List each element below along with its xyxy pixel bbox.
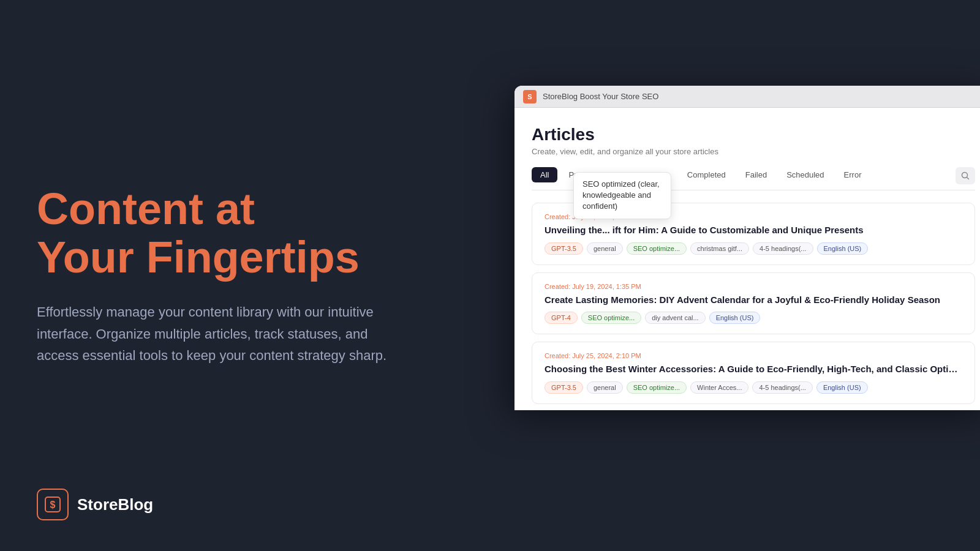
tag: general — [587, 242, 623, 255]
tag: English (US) — [709, 312, 761, 324]
hero-description: Effortlessly manage your content library… — [37, 301, 392, 366]
tag: diy advent cal... — [645, 312, 705, 324]
article-card[interactable]: Created: July 19, 2024, 1:35 PM Create L… — [532, 272, 975, 335]
tag: SEO optimize... — [627, 242, 687, 255]
svg-line-3 — [967, 178, 969, 179]
articles-page-title: Articles — [532, 125, 975, 144]
tab-failed[interactable]: Failed — [737, 167, 775, 182]
articles-list: Created: July 27, 2024, 4... Unveiling t… — [532, 203, 975, 404]
tag: 4-5 headings(... — [752, 381, 812, 394]
browser-content: Articles Create, view, edit, and organiz… — [514, 108, 980, 410]
logo-text: StoreBlog — [77, 495, 153, 514]
tag: GPT-3.5 — [545, 381, 583, 394]
tooltip-popup: SEO optimized (clear, knowledgeable and … — [573, 172, 671, 219]
tags-row: GPT-3.5 general SEO optimize... christma… — [545, 242, 962, 255]
articles-header: Articles Create, view, edit, and organiz… — [532, 125, 975, 156]
filter-tabs: All Published Unpublished Completed Fail… — [532, 167, 975, 190]
tag: English (US) — [817, 242, 869, 255]
tab-scheduled[interactable]: Scheduled — [778, 167, 832, 182]
logo-icon: $ — [37, 489, 69, 520]
tooltip-text: SEO optimized (clear, knowledgeable and … — [582, 179, 660, 211]
article-title: Unveiling the... ift for Him: A Guide to… — [545, 224, 962, 236]
tab-completed[interactable]: Completed — [679, 167, 734, 182]
tag: christmas gitf... — [690, 242, 749, 255]
article-title: Choosing the Best Winter Accessories: A … — [545, 363, 962, 375]
articles-page-subtitle: Create, view, edit, and organize all you… — [532, 147, 975, 156]
article-date: Created: July 25, 2024, 2:10 PM — [545, 352, 962, 359]
browser-titlebar: S StoreBlog Boost Your Store SEO — [514, 86, 980, 108]
svg-text:$: $ — [50, 500, 56, 510]
tag: GPT-4 — [545, 312, 578, 324]
browser-title: StoreBlog Boost Your Store SEO — [543, 92, 658, 101]
tag: English (US) — [816, 381, 868, 394]
tag: Winter Acces... — [690, 381, 748, 394]
hero-title: Content atYour Fingertips — [37, 185, 392, 282]
tags-row: GPT-4 SEO optimize... diy advent cal... … — [545, 312, 962, 324]
tab-all[interactable]: All — [532, 167, 557, 182]
left-panel: Content atYour Fingertips Effortlessly m… — [37, 0, 417, 551]
article-date: Created: July 19, 2024, 1:35 PM — [545, 283, 962, 290]
article-title: Create Lasting Memories: DIY Advent Cale… — [545, 294, 962, 306]
article-card[interactable]: Created: July 25, 2024, 2:10 PM Choosing… — [532, 342, 975, 404]
tag: general — [587, 381, 623, 394]
tags-row: GPT-3.5 general SEO optimize... Winter A… — [545, 381, 962, 394]
browser-logo-icon: S — [523, 90, 537, 103]
tag: SEO optimize... — [581, 312, 641, 324]
bottom-logo: $ StoreBlog — [37, 489, 153, 520]
tag: GPT-3.5 — [545, 242, 583, 255]
search-icon[interactable] — [956, 167, 975, 184]
tag: SEO optimize... — [627, 381, 687, 394]
tag: 4-5 headings(... — [753, 242, 813, 255]
tab-error[interactable]: Error — [835, 167, 870, 182]
browser-window: S StoreBlog Boost Your Store SEO Article… — [514, 86, 980, 410]
